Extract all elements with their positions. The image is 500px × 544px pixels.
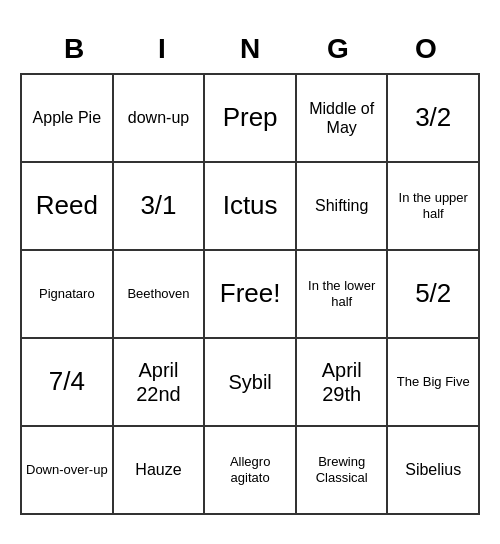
cell-r1-c4: In the upper half xyxy=(387,162,479,250)
cell-r1-c1: 3/1 xyxy=(113,162,205,250)
cell-r0-c4: 3/2 xyxy=(387,74,479,162)
cell-r3-c4: The Big Five xyxy=(387,338,479,426)
header-g: G xyxy=(294,33,382,65)
bingo-grid: Apple Piedown-upPrepMiddle of May3/2Reed… xyxy=(20,73,480,515)
cell-r0-c1: down-up xyxy=(113,74,205,162)
cell-r2-c1: Beethoven xyxy=(113,250,205,338)
cell-r2-c2: Free! xyxy=(204,250,296,338)
cell-r0-c0: Apple Pie xyxy=(21,74,113,162)
cell-r3-c2: Sybil xyxy=(204,338,296,426)
cell-r3-c0: 7/4 xyxy=(21,338,113,426)
header-n: N xyxy=(206,33,294,65)
cell-r4-c1: Hauze xyxy=(113,426,205,514)
cell-r1-c0: Reed xyxy=(21,162,113,250)
cell-r0-c2: Prep xyxy=(204,74,296,162)
cell-r4-c0: Down-over-up xyxy=(21,426,113,514)
header-o: O xyxy=(382,33,470,65)
header-b: B xyxy=(30,33,118,65)
header-i: I xyxy=(118,33,206,65)
cell-r4-c4: Sibelius xyxy=(387,426,479,514)
cell-r4-c3: Brewing Classical xyxy=(296,426,388,514)
cell-r2-c0: Pignataro xyxy=(21,250,113,338)
cell-r2-c4: 5/2 xyxy=(387,250,479,338)
cell-r3-c1: April 22nd xyxy=(113,338,205,426)
cell-r3-c3: April 29th xyxy=(296,338,388,426)
cell-r2-c3: In the lower half xyxy=(296,250,388,338)
cell-r0-c3: Middle of May xyxy=(296,74,388,162)
bingo-header: B I N G O xyxy=(30,29,470,73)
cell-r1-c2: Ictus xyxy=(204,162,296,250)
cell-r1-c3: Shifting xyxy=(296,162,388,250)
cell-r4-c2: Allegro agitato xyxy=(204,426,296,514)
